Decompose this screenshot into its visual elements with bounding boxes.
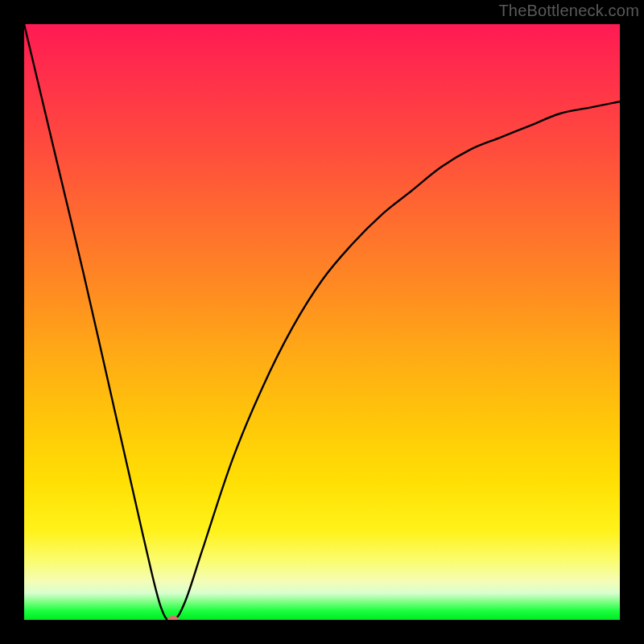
bottleneck-curve <box>24 24 620 620</box>
chart-frame: TheBottleneck.com <box>0 0 644 644</box>
minimum-marker <box>167 616 179 620</box>
watermark-text: TheBottleneck.com <box>498 2 639 20</box>
plot-area <box>24 24 620 620</box>
